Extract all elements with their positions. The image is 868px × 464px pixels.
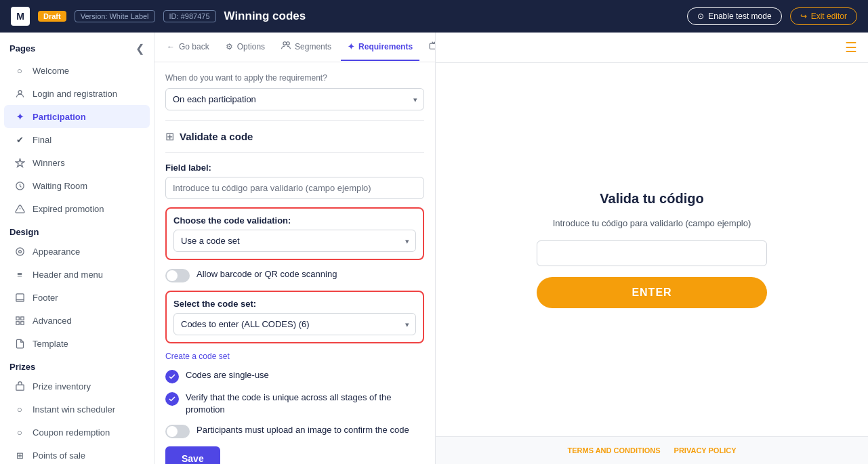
choose-validation-label: Choose the code validation: [173, 215, 416, 226]
preview-title: Valida tu código [600, 191, 703, 207]
sidebar-item-instant-win[interactable]: ○ Instant win scheduler [4, 398, 150, 421]
upload-image-toggle[interactable] [165, 425, 190, 438]
go-back-icon: ← [167, 42, 175, 51]
header-menu-icon: ≡ [14, 268, 26, 280]
id-badge: ID: #987475 [163, 10, 216, 22]
upload-image-row: Participants must upload an image to con… [165, 424, 424, 438]
choose-validation-select[interactable]: Use a code set Use a specific code Use a… [173, 230, 416, 252]
svg-rect-15 [430, 43, 436, 49]
terms-link[interactable]: TERMS AND CONDITIONS [568, 446, 661, 455]
collapse-sidebar-button[interactable]: ❮ [136, 42, 144, 55]
tab-go-back[interactable]: ← Go back [160, 34, 216, 61]
test-mode-icon: ⊙ [697, 12, 704, 21]
content-area: ← Go back ⚙ Options Segments ✦ Requireme… [154, 33, 868, 464]
preview-enter-button[interactable]: ENTER [537, 277, 767, 308]
when-select-wrapper: On each participation Once per user Alwa… [165, 88, 424, 110]
sidebar-item-pos[interactable]: ⊞ Points of sale [4, 444, 150, 464]
choose-validation-box: Choose the code validation: Use a code s… [165, 207, 424, 260]
form-scroll-area: When do you want to apply the requiremen… [154, 62, 435, 464]
validate-section-header: ⊞ Validate a code [165, 130, 424, 143]
footer-icon [14, 291, 26, 303]
version-badge: Version: White Label [75, 10, 155, 22]
svg-point-14 [287, 42, 290, 45]
svg-rect-8 [16, 316, 18, 319]
advanced-icon [14, 314, 26, 326]
tab-redeem-codes[interactable]: Redeem Codes [422, 33, 436, 62]
preview-card: Valida tu código Introduce tu código par… [537, 191, 767, 308]
tab-go-back-label: Go back [179, 42, 209, 51]
sidebar-item-final[interactable]: ✔ Final [4, 128, 150, 151]
field-label-title: Field label: [165, 163, 424, 173]
tab-requirements[interactable]: ✦ Requirements [341, 34, 419, 61]
sidebar-item-prize-inventory[interactable]: Prize inventory [4, 375, 150, 398]
sidebar-item-template[interactable]: Template [4, 332, 150, 355]
sidebar-item-label: Template [33, 339, 68, 349]
sidebar-item-appearance[interactable]: Appearance [4, 240, 150, 263]
save-button[interactable]: Save [165, 446, 220, 464]
sidebar-item-coupon[interactable]: ○ Coupon redemption [4, 421, 150, 444]
tab-options-label: Options [237, 42, 265, 51]
when-select[interactable]: On each participation Once per user Alwa… [165, 88, 424, 110]
sidebar-item-participation[interactable]: ✦ Participation [4, 105, 150, 128]
privacy-link[interactable]: PRIVACY POLICY [674, 446, 737, 455]
validate-icon: ⊞ [165, 130, 174, 143]
exit-editor-button[interactable]: ↪ Exit editor [790, 7, 857, 25]
sidebar-item-login[interactable]: Login and registration [4, 82, 150, 105]
enable-test-mode-button[interactable]: ⊙ Enable test mode [687, 7, 781, 25]
logo-icon: M [11, 7, 30, 26]
svg-point-0 [18, 90, 22, 93]
codeset-select-wrapper: Codes to enter (ALL CODES) (6) Code set … [173, 313, 416, 335]
sidebar-item-welcome[interactable]: ○ Welcome [4, 59, 150, 82]
allow-barcode-label: Allow barcode or QR code scanning [197, 268, 337, 280]
tab-segments[interactable]: Segments [274, 33, 338, 62]
appearance-icon [14, 245, 26, 257]
sidebar-item-label: Instant win scheduler [33, 404, 115, 415]
preview-content: Valida tu código Introduce tu código par… [436, 63, 868, 436]
prize-inventory-icon [14, 380, 26, 392]
pos-icon: ⊞ [14, 449, 26, 461]
choose-validation-select-wrapper: Use a code set Use a specific code Use a… [173, 230, 416, 252]
svg-rect-12 [16, 385, 23, 390]
preview-code-input[interactable] [537, 240, 767, 266]
create-codeset-link[interactable]: Create a code set [165, 352, 424, 361]
sidebar-item-winners[interactable]: Winners [4, 151, 150, 174]
unique-across-checkbox[interactable] [165, 392, 179, 406]
final-icon: ✔ [14, 133, 26, 146]
sidebar-item-footer[interactable]: Footer [4, 286, 150, 309]
topbar: M Draft Version: White Label ID: #987475… [0, 0, 868, 33]
sidebar-item-label: Appearance [33, 247, 80, 257]
select-codeset-label: Select the code set: [173, 299, 416, 309]
exit-icon: ↪ [800, 12, 807, 21]
sidebar-item-label: Advanced [33, 316, 72, 326]
tab-options[interactable]: ⚙ Options [219, 34, 272, 61]
exit-editor-label: Exit editor [811, 12, 847, 21]
unique-across-label: Verify that the code is unique across al… [186, 392, 424, 416]
sidebar-item-label: Header and menu [33, 270, 103, 280]
single-use-label: Codes are single-use [186, 369, 269, 381]
sidebar-item-label: Login and registration [33, 89, 117, 99]
prizes-section-title: Prizes [0, 355, 154, 375]
coupon-icon: ○ [14, 426, 26, 438]
sidebar-item-header-menu[interactable]: ≡ Header and menu [4, 263, 150, 286]
allow-barcode-toggle-knob [167, 270, 178, 281]
preview-menu-icon[interactable]: ☰ [845, 39, 857, 56]
allow-barcode-toggle[interactable] [165, 269, 190, 282]
field-label-input[interactable] [165, 177, 424, 199]
upload-image-toggle-knob [167, 426, 178, 437]
validate-section-title: Validate a code [180, 131, 253, 142]
sidebar-item-waiting-room[interactable]: Waiting Room [4, 174, 150, 197]
design-section-title: Design [0, 220, 154, 240]
svg-rect-11 [16, 321, 18, 324]
middle-panel: ← Go back ⚙ Options Segments ✦ Requireme… [154, 33, 436, 464]
winners-icon [14, 156, 26, 169]
single-use-checkbox[interactable] [165, 370, 179, 383]
template-icon [14, 337, 26, 350]
sidebar-item-expired[interactable]: Expired promotion [4, 197, 150, 220]
tab-requirements-label: Requirements [358, 42, 413, 51]
allow-barcode-row: Allow barcode or QR code scanning [165, 268, 424, 282]
codeset-select[interactable]: Codes to enter (ALL CODES) (6) Code set … [173, 313, 416, 335]
sidebar-item-label: Coupon redemption [33, 427, 110, 438]
options-icon: ⚙ [226, 42, 233, 51]
sidebar-item-advanced[interactable]: Advanced [4, 309, 150, 332]
when-label: When do you want to apply the requiremen… [165, 73, 424, 83]
